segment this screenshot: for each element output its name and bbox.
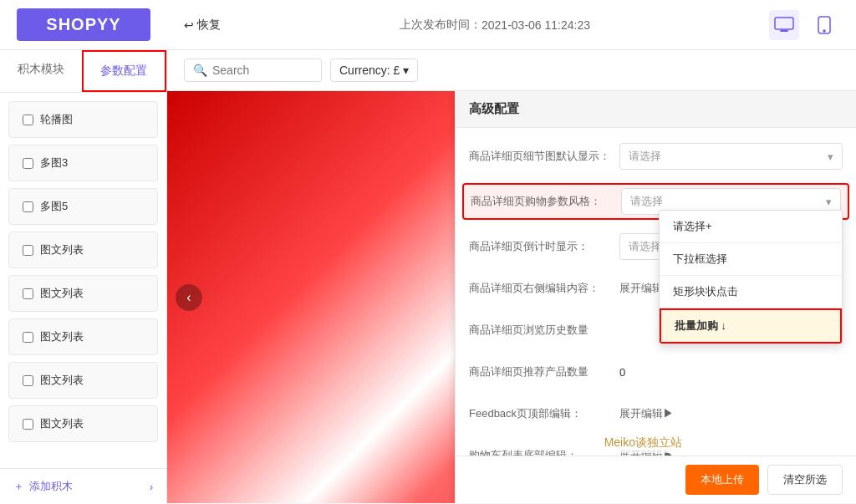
config-row-label: 商品详细页倒计时显示：: [469, 239, 619, 254]
desktop-icon[interactable]: [769, 10, 799, 40]
add-label: 添加积木: [29, 479, 73, 494]
toolbar: 🔍 Currency: £ ▾: [167, 50, 856, 91]
dropdown-menu: 请选择+下拉框选择矩形块状点击批量加购 ↓: [659, 210, 843, 344]
sidebar-item-label: 图文列表: [40, 416, 84, 431]
config-link[interactable]: 展开编辑▶: [619, 406, 674, 421]
mobile-icon[interactable]: [809, 10, 839, 40]
dropdown-item[interactable]: 矩形块状点击: [660, 276, 842, 308]
sidebar-item-label: 图文列表: [40, 329, 84, 344]
sidebar-item-checkbox[interactable]: [23, 332, 33, 343]
back-label: 恢复: [197, 18, 221, 33]
sidebar-item-checkbox[interactable]: [23, 419, 33, 430]
config-row-label: Feedback页顶部编辑：: [469, 406, 619, 421]
sidebar-item-checkbox[interactable]: [23, 375, 33, 386]
sidebar-item-label: 图文列表: [40, 242, 84, 257]
sidebar-item-label: 轮播图: [40, 112, 73, 127]
clear-button[interactable]: 清空所选: [767, 465, 843, 495]
sidebar-items: 轮播图多图3多图5图文列表图文列表图文列表图文列表图文列表: [0, 93, 166, 468]
sidebar-item-label: 多图5: [40, 199, 68, 214]
sidebar-item[interactable]: 图文列表: [8, 275, 158, 312]
config-select-value: 请选择: [630, 194, 663, 209]
back-button[interactable]: ↩ 恢复: [184, 18, 221, 33]
config-row-label: 商品详细页浏览历史数量: [469, 323, 619, 338]
watermark: Meiko谈独立站: [598, 433, 689, 453]
sidebar: 积木模块 参数配置 轮播图多图3多图5图文列表图文列表图文列表图文列表图文列表 …: [0, 50, 167, 504]
header-center: 上次发布时间： 2021-03-06 11:24:23: [221, 18, 769, 33]
dropdown-item[interactable]: 批量加购 ↓: [660, 308, 842, 344]
back-icon: ↩: [184, 18, 194, 32]
sidebar-item[interactable]: 多图5: [8, 188, 158, 225]
config-select-value: 请选择: [629, 149, 661, 164]
layout: 积木模块 参数配置 轮播图多图3多图5图文列表图文列表图文列表图文列表图文列表 …: [0, 50, 856, 504]
config-value: 0: [619, 366, 843, 379]
chevron-down-icon: ▾: [828, 150, 833, 163]
sidebar-item[interactable]: 轮播图: [8, 101, 158, 138]
publish-time: 2021-03-06 11:24:23: [482, 18, 590, 32]
dropdown-item[interactable]: 请选择+: [660, 211, 842, 243]
sidebar-item[interactable]: 图文列表: [8, 362, 158, 399]
config-row: 商品详细页细节图默认显示：请选择▾: [469, 141, 843, 171]
canvas-area: ‹ 高级配置 商品详细页细节图默认显示：请选择▾商品详细页购物参数风格：请选择▾…: [167, 91, 856, 503]
header-right: [769, 10, 839, 40]
chevron-down-icon: ▾: [403, 64, 409, 77]
chevron-down-icon: ▾: [826, 196, 832, 208]
sidebar-item[interactable]: 图文列表: [8, 405, 158, 442]
svg-point-4: [823, 30, 825, 32]
tab-params[interactable]: 参数配置: [82, 50, 167, 92]
publish-label: 上次发布时间：: [400, 18, 482, 33]
config-row-label: 商品详细页细节图默认显示：: [469, 149, 619, 164]
config-select[interactable]: 请选择▾: [619, 143, 843, 170]
sidebar-item-checkbox[interactable]: [23, 115, 33, 125]
svg-rect-1: [780, 30, 788, 32]
config-row: 商品详细页推荐产品数量0: [469, 357, 843, 387]
config-row-label: 商品详细页购物参数风格：: [471, 194, 621, 209]
logo: SHOPYY: [17, 8, 150, 41]
config-row-label: 商品详细页右侧编辑内容：: [469, 281, 619, 296]
currency-selector[interactable]: Currency: £ ▾: [330, 59, 418, 82]
sidebar-item-checkbox[interactable]: [23, 201, 33, 212]
sidebar-item-checkbox[interactable]: [23, 245, 33, 256]
header: SHOPYY ↩ 恢复 上次发布时间： 2021-03-06 11:24:23: [0, 0, 856, 50]
chevron-right-icon: ›: [150, 481, 153, 493]
sidebar-item[interactable]: 多图3: [8, 145, 158, 181]
tab-blocks[interactable]: 积木模块: [0, 50, 82, 92]
config-row-label: 商品详细页推荐产品数量: [469, 364, 619, 379]
sidebar-item-checkbox[interactable]: [23, 158, 33, 169]
config-row: Feedback页顶部编辑：展开编辑▶: [469, 399, 843, 429]
search-box[interactable]: 🔍: [184, 59, 322, 82]
main-content: 🔍 Currency: £ ▾ ‹ 高级配置 商品详细页细节图默认显示：请选择▾…: [167, 50, 856, 504]
sidebar-item-label: 图文列表: [40, 286, 84, 301]
panel-footer: 本地上传 清空所选: [456, 456, 856, 503]
header-actions: ↩ 恢复: [184, 18, 221, 33]
sidebar-item[interactable]: 图文列表: [8, 232, 158, 268]
arrow-icon: ↓: [718, 319, 726, 332]
svg-rect-0: [775, 18, 793, 29]
sidebar-item-label: 图文列表: [40, 373, 84, 388]
save-button[interactable]: 本地上传: [685, 465, 759, 495]
dropdown-item[interactable]: 下拉框选择: [660, 243, 842, 276]
search-icon: 🔍: [193, 64, 207, 77]
search-input[interactable]: [212, 64, 313, 77]
sidebar-item-checkbox[interactable]: [23, 288, 33, 299]
sidebar-item-label: 多图3: [40, 155, 68, 171]
sidebar-tabs: 积木模块 参数配置: [0, 50, 166, 93]
panel-title: 高级配置: [456, 91, 856, 128]
add-icon: ＋: [13, 479, 24, 494]
sidebar-item[interactable]: 图文列表: [8, 318, 158, 355]
prev-button[interactable]: ‹: [176, 284, 202, 311]
currency-label: Currency: £: [339, 64, 400, 77]
sidebar-add-button[interactable]: ＋ 添加积木 ›: [0, 468, 166, 504]
